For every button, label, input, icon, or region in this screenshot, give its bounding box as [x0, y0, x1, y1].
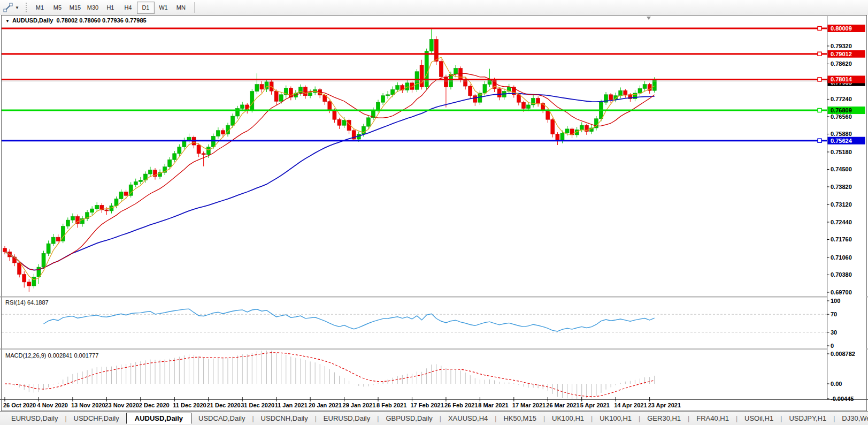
- tab-uk100-h1[interactable]: UK100,H1: [593, 413, 639, 423]
- timeframe-button-M5[interactable]: M5: [49, 2, 66, 14]
- resistance-3-badge: 0.78014: [828, 75, 865, 83]
- tab-eurusd-daily[interactable]: EURUSD,Daily: [317, 413, 377, 423]
- svg-text:31 Dec 2020: 31 Dec 2020: [241, 402, 274, 408]
- svg-text:100: 100: [831, 298, 840, 304]
- svg-text:0.71060: 0.71060: [831, 254, 852, 261]
- svg-text:0.80009: 0.80009: [831, 25, 852, 32]
- svg-text:0.73120: 0.73120: [831, 201, 852, 208]
- symbol-tabs: EURUSD,Daily|USDCHF,DailyAUDUSD,DailyUSD…: [4, 413, 868, 424]
- support-2-badge: 0.75624: [828, 137, 865, 145]
- svg-text:11 Jan 2021: 11 Jan 2021: [275, 402, 308, 408]
- tab-audusd-daily[interactable]: AUDUSD,Daily: [126, 413, 191, 424]
- timeframe-button-H4[interactable]: H4: [119, 2, 137, 14]
- resistance-1-badge: 0.80009: [828, 25, 865, 32]
- svg-text:0.75624: 0.75624: [831, 138, 852, 144]
- tab-usdchf-daily[interactable]: USDCHF,Daily: [67, 413, 126, 423]
- svg-text:0.79012: 0.79012: [831, 51, 852, 57]
- svg-text:4 Nov 2020: 4 Nov 2020: [37, 402, 67, 408]
- svg-text:26 Feb 2021: 26 Feb 2021: [444, 402, 478, 408]
- svg-text:5 Apr 2021: 5 Apr 2021: [580, 402, 610, 408]
- tab-hk50-m15[interactable]: HK50,M15: [496, 413, 543, 423]
- timeframe-button-H1[interactable]: H1: [102, 2, 119, 14]
- svg-text:0.75180: 0.75180: [831, 149, 852, 155]
- timeframe-button-M15[interactable]: M15: [66, 2, 84, 14]
- resistance-3-handle[interactable]: [818, 78, 821, 81]
- support-1-badge: 0.76809: [828, 107, 865, 114]
- tab-ger30-h1[interactable]: GER30,H1: [640, 413, 688, 423]
- svg-text:2 Dec 2020: 2 Dec 2020: [139, 402, 170, 408]
- tab-usdcnh-daily[interactable]: USDCNH,Daily: [254, 413, 315, 423]
- svg-text:11 Dec 2020: 11 Dec 2020: [173, 402, 206, 408]
- resistance-1-handle[interactable]: [818, 27, 821, 31]
- line-studies-tool[interactable]: ▼: [0, 3, 21, 12]
- svg-text:0.70380: 0.70380: [831, 271, 852, 278]
- top-toolbar: ▼ M1M5M15M30H1H4D1W1MN: [0, 0, 868, 16]
- timeframe-button-D1[interactable]: D1: [137, 2, 155, 14]
- price-chart[interactable]: 0.793200.786200.772400.765600.758800.751…: [0, 15, 868, 411]
- svg-text:0.75880: 0.75880: [831, 131, 852, 137]
- svg-text:0.79320: 0.79320: [831, 43, 852, 49]
- svg-text:8 Feb 2021: 8 Feb 2021: [377, 402, 406, 408]
- timeframe-button-MN[interactable]: MN: [172, 2, 190, 14]
- timeframe-button-M1[interactable]: M1: [31, 2, 49, 14]
- resistance-2-handle[interactable]: [818, 52, 821, 56]
- svg-text:0.76809: 0.76809: [831, 107, 852, 113]
- crosshair-tool-icon: [3, 3, 13, 12]
- svg-text:30: 30: [831, 329, 837, 336]
- svg-text:0.71760: 0.71760: [831, 236, 852, 242]
- tab-usdcad-daily[interactable]: USDCAD,Daily: [191, 413, 252, 423]
- tab-xauusd-h4[interactable]: XAUUSD,H4: [441, 413, 495, 423]
- svg-text:21 Dec 2020: 21 Dec 2020: [207, 402, 241, 408]
- tab-eurusd-daily[interactable]: EURUSD,Daily: [4, 413, 65, 423]
- tab-uk100-h1[interactable]: UK100,H1: [545, 413, 591, 423]
- tab-usdjpy-h1[interactable]: USDJPY,H1: [782, 413, 833, 423]
- svg-text:70: 70: [831, 311, 837, 317]
- toolbar-separator: [194, 2, 195, 13]
- svg-text:0.74500: 0.74500: [831, 166, 852, 172]
- svg-text:13 Nov 2020: 13 Nov 2020: [71, 402, 105, 408]
- svg-text:26 Oct 2020: 26 Oct 2020: [3, 402, 36, 408]
- svg-text:17 Feb 2021: 17 Feb 2021: [410, 402, 443, 408]
- tab-fra40-h1[interactable]: FRA40,H1: [689, 413, 736, 423]
- timeframe-button-M30[interactable]: M30: [84, 2, 102, 14]
- svg-text:29 Jan 2021: 29 Jan 2021: [343, 402, 376, 408]
- svg-text:0: 0: [831, 343, 834, 349]
- timeframe-button-W1[interactable]: W1: [155, 2, 172, 14]
- toolbar-grip: [26, 3, 27, 12]
- svg-text:0.77240: 0.77240: [831, 96, 852, 102]
- support-2-handle[interactable]: [818, 139, 821, 142]
- svg-text:8 Mar 2021: 8 Mar 2021: [478, 402, 508, 408]
- svg-text:17 Mar 2021: 17 Mar 2021: [512, 402, 546, 408]
- timeframe-buttons: M1M5M15M30H1H4D1W1MN: [31, 2, 190, 14]
- svg-text:0.00: 0.00: [831, 381, 842, 387]
- tab-dj30-weekly[interactable]: DJ30,Weekly: [835, 413, 868, 423]
- svg-text:14 Apr 2021: 14 Apr 2021: [614, 402, 647, 408]
- svg-text:0.76560: 0.76560: [831, 113, 852, 120]
- tool-dropdown-icon[interactable]: ▼: [15, 5, 19, 10]
- tab-usoil-h1[interactable]: USOil,H1: [738, 413, 780, 423]
- svg-text:0.73820: 0.73820: [831, 184, 852, 190]
- svg-text:0.78014: 0.78014: [831, 76, 852, 82]
- svg-text:23 Apr 2021: 23 Apr 2021: [648, 402, 681, 408]
- svg-text:20 Jan 2021: 20 Jan 2021: [309, 402, 342, 408]
- tab-gbpusd-daily[interactable]: GBPUSD,Daily: [379, 413, 439, 423]
- svg-text:0.72440: 0.72440: [831, 219, 852, 225]
- symbol-tab-bar: EURUSD,Daily|USDCHF,DailyAUDUSD,DailyUSD…: [0, 411, 868, 425]
- svg-text:0.69700: 0.69700: [831, 289, 852, 295]
- svg-text:26 Mar 2021: 26 Mar 2021: [546, 402, 579, 408]
- resistance-2-badge: 0.79012: [828, 50, 865, 58]
- svg-text:23 Nov 2020: 23 Nov 2020: [105, 402, 139, 408]
- svg-text:0.008782: 0.008782: [831, 351, 855, 357]
- svg-text:0.78620: 0.78620: [831, 60, 852, 67]
- svg-text:-0.00445: -0.00445: [831, 396, 854, 402]
- support-1-handle[interactable]: [818, 109, 821, 112]
